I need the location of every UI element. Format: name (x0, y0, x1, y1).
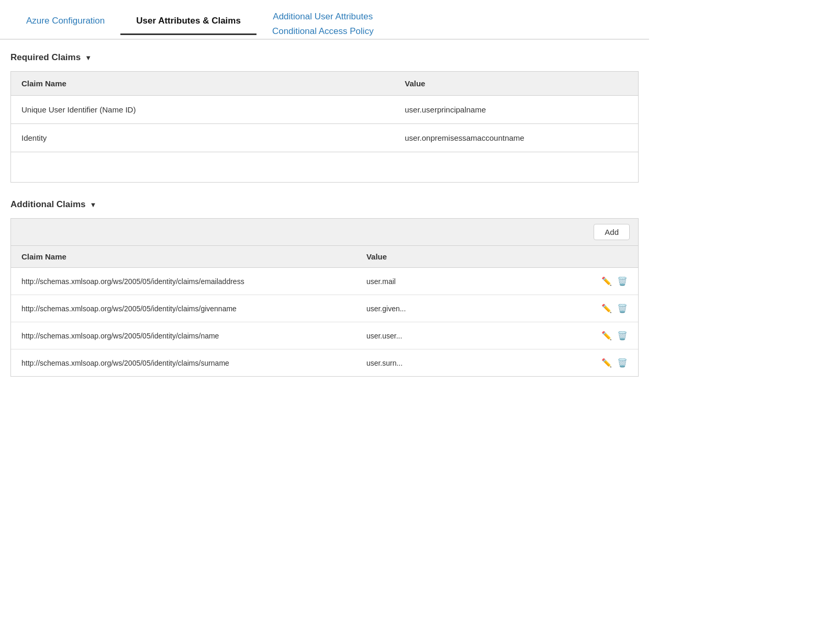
delete-claim-icon[interactable]: 🗑️ (617, 331, 628, 341)
main-content: Required Claims ▼ Claim Name Value Uniqu… (0, 40, 649, 406)
additional-claim-actions: ✏️ 🗑️ (575, 295, 638, 322)
additional-claim-value: user.user... (356, 322, 575, 349)
required-claim-value: user.onpremisessamaccountname (394, 124, 638, 152)
additional-claim-name: http://schemas.xmlsoap.org/ws/2005/05/id… (11, 268, 356, 295)
required-claims-padding-row (11, 152, 639, 183)
tab-group-right: Additional User Attributes Conditional A… (256, 9, 389, 39)
required-claims-header-row: Claim Name Value (11, 72, 639, 96)
additional-claims-row: http://schemas.xmlsoap.org/ws/2005/05/id… (11, 295, 638, 322)
additional-claims-chevron: ▼ (90, 201, 97, 209)
required-claims-chevron: ▼ (85, 54, 92, 62)
nav-tabs: Azure Configuration User Attributes & Cl… (0, 0, 649, 40)
delete-claim-icon[interactable]: 🗑️ (617, 358, 628, 368)
tab-azure-config[interactable]: Azure Configuration (10, 9, 120, 33)
additional-col-name-header: Claim Name (11, 246, 356, 268)
add-claim-button[interactable]: Add (594, 224, 630, 240)
additional-claim-value: user.mail (356, 268, 575, 295)
delete-claim-icon[interactable]: 🗑️ (617, 303, 628, 313)
edit-claim-icon[interactable]: ✏️ (601, 276, 612, 286)
delete-claim-icon[interactable]: 🗑️ (617, 276, 628, 286)
required-claims-row: Identity user.onpremisessamaccountname (11, 124, 639, 152)
required-claim-name: Identity (11, 124, 395, 152)
additional-claims-row: http://schemas.xmlsoap.org/ws/2005/05/id… (11, 322, 638, 349)
additional-claims-wrapper: Add Claim Name Value http://schemas.xmls… (10, 218, 639, 377)
required-claim-value: user.userprincipalname (394, 96, 638, 124)
additional-claim-actions: ✏️ 🗑️ (575, 349, 638, 377)
edit-claim-icon[interactable]: ✏️ (601, 331, 612, 341)
additional-col-value-header: Value (356, 246, 575, 268)
additional-claims-table: Claim Name Value http://schemas.xmlsoap.… (11, 246, 638, 376)
additional-claims-label: Additional Claims (10, 199, 86, 210)
additional-claim-name: http://schemas.xmlsoap.org/ws/2005/05/id… (11, 349, 356, 377)
additional-claims-row: http://schemas.xmlsoap.org/ws/2005/05/id… (11, 268, 638, 295)
required-claims-header[interactable]: Required Claims ▼ (10, 52, 639, 63)
edit-claim-icon[interactable]: ✏️ (601, 358, 612, 368)
additional-claim-actions: ✏️ 🗑️ (575, 268, 638, 295)
additional-claim-value: user.given... (356, 295, 575, 322)
tab-conditional-access[interactable]: Conditional Access Policy (256, 24, 389, 39)
required-claim-name: Unique User Identifier (Name ID) (11, 96, 395, 124)
tab-user-attributes[interactable]: User Attributes & Claims (120, 9, 256, 35)
required-claims-label: Required Claims (10, 52, 81, 63)
additional-claims-row: http://schemas.xmlsoap.org/ws/2005/05/id… (11, 349, 638, 377)
additional-claim-name: http://schemas.xmlsoap.org/ws/2005/05/id… (11, 322, 356, 349)
additional-claims-header-row: Claim Name Value (11, 246, 638, 268)
required-col-value-header: Value (394, 72, 638, 96)
additional-claim-name: http://schemas.xmlsoap.org/ws/2005/05/id… (11, 295, 356, 322)
tab-additional-user-attributes[interactable]: Additional User Attributes (257, 9, 388, 24)
additional-claim-value: user.surn... (356, 349, 575, 377)
additional-col-actions-header (575, 246, 638, 268)
required-claims-table: Claim Name Value Unique User Identifier … (10, 71, 639, 183)
additional-claims-header[interactable]: Additional Claims ▼ (10, 199, 639, 210)
edit-claim-icon[interactable]: ✏️ (601, 303, 612, 313)
required-claims-row: Unique User Identifier (Name ID) user.us… (11, 96, 639, 124)
additional-claims-toolbar: Add (11, 219, 638, 246)
required-col-name-header: Claim Name (11, 72, 395, 96)
additional-claim-actions: ✏️ 🗑️ (575, 322, 638, 349)
